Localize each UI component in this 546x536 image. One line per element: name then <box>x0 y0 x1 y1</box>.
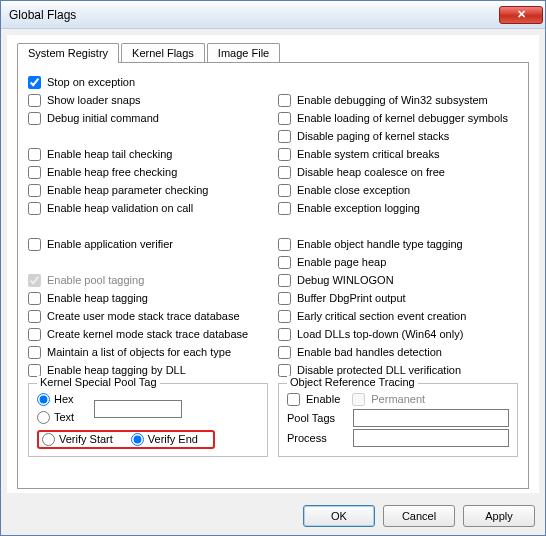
pool-tags-label: Pool Tags <box>287 412 347 424</box>
verify-highlight: Verify Start Verify End <box>37 430 215 449</box>
chk-win32-debug[interactable]: Enable debugging of Win32 subsystem <box>278 91 518 109</box>
close-button[interactable]: ✕ <box>499 6 543 24</box>
left-column: Stop on exception Show loader snaps Debu… <box>28 73 268 457</box>
chk-app-verifier[interactable]: Enable application verifier <box>28 235 268 253</box>
radio-verify-end-label: Verify End <box>148 433 198 445</box>
tab-label: Image File <box>218 47 269 59</box>
chk-kernel-stack[interactable]: Create kernel mode stack trace database <box>28 325 268 343</box>
cancel-button[interactable]: Cancel <box>383 505 455 527</box>
radio-text[interactable] <box>37 411 50 424</box>
tab-image-file[interactable]: Image File <box>207 43 280 62</box>
chk-heap-tail[interactable]: Enable heap tail checking <box>28 145 268 163</box>
chk-debug-winlogon[interactable]: Debug WINLOGON <box>278 271 518 289</box>
chk-disable-coalesce[interactable]: Disable heap coalesce on free <box>278 163 518 181</box>
chk-user-stack[interactable]: Create user mode stack trace database <box>28 307 268 325</box>
group-legend: Kernel Special Pool Tag <box>37 376 160 388</box>
tab-strip: System Registry Kernel Flags Image File <box>17 41 529 62</box>
radio-hex[interactable] <box>37 393 50 406</box>
chk-heap-valid[interactable]: Enable heap validation on call <box>28 199 268 217</box>
radio-verify-end[interactable] <box>131 433 144 446</box>
chk-exc-logging[interactable]: Enable exception logging <box>278 199 518 217</box>
group-kernel-special-pool: Kernel Special Pool Tag Hex Text Verify … <box>28 383 268 457</box>
pool-tag-input[interactable] <box>94 400 182 418</box>
chk-obj-type-tag[interactable]: Enable object handle type tagging <box>278 235 518 253</box>
dialog-buttons: OK Cancel Apply <box>1 499 545 535</box>
chk-show-loader[interactable]: Show loader snaps <box>28 91 268 109</box>
tab-kernel-flags[interactable]: Kernel Flags <box>121 43 205 62</box>
apply-button[interactable]: Apply <box>463 505 535 527</box>
dialog-window: Global Flags ✕ System Registry Kernel Fl… <box>0 0 546 536</box>
chk-early-critical[interactable]: Early critical section event creation <box>278 307 518 325</box>
chk-bad-handles[interactable]: Enable bad handles detection <box>278 343 518 361</box>
chk-maintain-list[interactable]: Maintain a list of objects for each type <box>28 343 268 361</box>
process-label: Process <box>287 432 347 444</box>
chk-close-exc[interactable]: Enable close exception <box>278 181 518 199</box>
close-icon: ✕ <box>517 8 526 21</box>
chk-heap-tagging[interactable]: Enable heap tagging <box>28 289 268 307</box>
ok-button[interactable]: OK <box>303 505 375 527</box>
tab-label: Kernel Flags <box>132 47 194 59</box>
radio-text-label: Text <box>54 411 74 423</box>
group-object-ref-tracing: Object Reference Tracing Enable Permanen… <box>278 383 518 457</box>
process-input[interactable] <box>353 429 509 447</box>
chk-stop-exception[interactable]: Stop on exception <box>28 73 268 91</box>
radio-verify-start[interactable] <box>42 433 55 446</box>
chk-ort-enable[interactable]: Enable <box>287 390 340 408</box>
chk-kdbg-symbols[interactable]: Enable loading of kernel debugger symbol… <box>278 109 518 127</box>
chk-heap-param[interactable]: Enable heap parameter checking <box>28 181 268 199</box>
tab-system-registry[interactable]: System Registry <box>17 43 119 63</box>
chk-pool-tagging: Enable pool tagging <box>28 271 268 289</box>
chk-disable-paging[interactable]: Disable paging of kernel stacks <box>278 127 518 145</box>
window-title: Global Flags <box>9 8 499 22</box>
chk-page-heap[interactable]: Enable page heap <box>278 253 518 271</box>
titlebar: Global Flags ✕ <box>1 1 545 29</box>
chk-ort-permanent: Permanent <box>352 390 425 408</box>
group-legend: Object Reference Tracing <box>287 376 418 388</box>
radio-verify-start-label: Verify Start <box>59 433 113 445</box>
tab-panel: Stop on exception Show loader snaps Debu… <box>17 62 529 489</box>
chk-sys-critical[interactable]: Enable system critical breaks <box>278 145 518 163</box>
chk-heap-free[interactable]: Enable heap free checking <box>28 163 268 181</box>
pool-tags-input[interactable] <box>353 409 509 427</box>
chk-debug-init[interactable]: Debug initial command <box>28 109 268 127</box>
right-column: Enable debugging of Win32 subsystem Enab… <box>278 73 518 457</box>
radio-hex-label: Hex <box>54 393 74 405</box>
client-area: System Registry Kernel Flags Image File … <box>7 35 539 493</box>
tab-label: System Registry <box>28 47 108 59</box>
chk-buffer-dbgprint[interactable]: Buffer DbgPrint output <box>278 289 518 307</box>
chk-load-dlls-top[interactable]: Load DLLs top-down (Win64 only) <box>278 325 518 343</box>
